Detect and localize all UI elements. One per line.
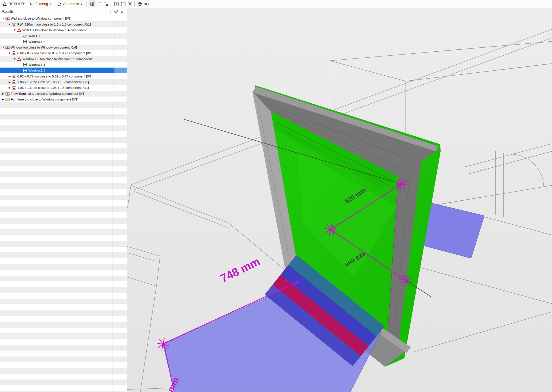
tree-row-empty — [0, 270, 127, 275]
window-icon — [23, 69, 28, 72]
expand-arrow[interactable]: ▼ — [13, 29, 17, 32]
tree-row-empty — [0, 339, 127, 345]
results-panel-header: Results — [0, 8, 127, 16]
tree-row-empty — [0, 195, 127, 200]
tree-row[interactable]: ▼Window.1.3 too close to Window.1.1 comp… — [0, 56, 127, 62]
tree-row-empty — [0, 362, 127, 368]
filter-dropdown[interactable]: No Filtering ▼ — [30, 2, 52, 6]
tree-row-empty — [0, 247, 127, 252]
rule-folder-icon — [5, 45, 10, 49]
tree-row[interactable]: ▼Window too close to Window component [0… — [0, 45, 127, 50]
tree-row[interactable]: ▼Wall too close to Window component [0/1… — [0, 16, 127, 21]
tree-row-empty — [0, 287, 127, 293]
expand-arrow[interactable]: ▶ — [1, 98, 5, 101]
expand-arrow[interactable]: ▼ — [8, 23, 12, 26]
tree-row-empty — [0, 171, 127, 177]
tree-row-empty — [0, 305, 127, 310]
issue-warning-icon — [17, 57, 22, 61]
rule-folder-icon — [12, 86, 16, 90]
tree-row[interactable]: ▶1.06 x 1.6 too close to 1.06 x 1.6 comp… — [0, 85, 127, 91]
tree-row-empty — [0, 154, 127, 160]
tree-row-empty — [0, 357, 127, 362]
tree-row-empty — [0, 206, 127, 212]
tree-row-empty — [0, 345, 127, 351]
tree-row-empty — [0, 264, 127, 270]
mode-dropdown[interactable]: Automatic ▼ — [57, 2, 83, 6]
tree-row[interactable]: Wall.1.1 — [0, 33, 127, 39]
tree-row-label: 1.06 x 1.6 too close to 1.06 x 1.6 compo… — [17, 80, 89, 84]
view-3d-tab[interactable]: 3D — [137, 0, 149, 8]
add-result-button[interactable] — [113, 1, 120, 7]
results-panel: Results — [0, 8, 127, 392]
tree-row[interactable]: ▼0.62 x 0.77 too close to 0.62 x 0.77 co… — [0, 50, 127, 56]
tree-row-empty — [0, 177, 127, 183]
tree-row[interactable]: ▶Flow Terminal too close to Window compo… — [0, 91, 127, 97]
tree-row-empty — [0, 322, 127, 328]
list-settings-button[interactable] — [103, 1, 109, 7]
equal-result-button[interactable] — [127, 1, 133, 7]
tree-row[interactable]: ▼Wall.1.1 too close to Window.1.4 compon… — [0, 27, 127, 33]
tree-row-empty — [0, 183, 127, 189]
chevron-down-icon: ▼ — [49, 3, 52, 6]
tree-row-label: 0.62 x 0.77 too close to 0.62 x 0.77 com… — [17, 51, 93, 55]
view-3d-label: 3D — [144, 2, 149, 6]
results-tree: ▼Wall too close to Window component [0/1… — [0, 16, 127, 392]
expand-arrow[interactable]: ▶ — [8, 81, 12, 83]
remove-result-button[interactable] — [120, 1, 126, 7]
tree-row-label: Wall too close to Window component [0/1] — [11, 17, 72, 20]
tree-row-empty — [0, 125, 127, 131]
rule-folder-icon — [12, 51, 16, 55]
tree-view-button[interactable] — [89, 1, 95, 7]
rule-folder-icon — [12, 80, 16, 84]
tree-row-empty — [0, 212, 127, 218]
tree-row-label: Furniture too close to Window component … — [11, 98, 78, 101]
tree-row-label: Wall.1.1 — [28, 34, 40, 37]
tree-row-empty — [0, 114, 127, 120]
equals-box-icon — [127, 1, 133, 7]
mode-dropdown-value: Automatic — [63, 2, 79, 6]
expand-arrow[interactable]: ▼ — [1, 17, 5, 20]
rule-folder-icon — [12, 22, 16, 26]
expand-arrow[interactable]: ▼ — [1, 46, 5, 49]
tree-row-empty — [0, 385, 127, 391]
wall-icon — [23, 34, 28, 38]
results-view-button[interactable]: RESULTS — [3, 2, 26, 6]
tree-row-empty — [0, 293, 127, 299]
tree-row[interactable]: ▶Furniture too close to Window component… — [0, 97, 127, 102]
tree-row[interactable]: Window.1.4 — [0, 39, 127, 44]
plus-box-icon — [114, 1, 119, 7]
tree-row-empty — [0, 368, 127, 374]
tree-row-empty — [0, 235, 127, 241]
tree-row[interactable]: ▶0.62 x 0.77 too close to 0.62 x 0.77 co… — [0, 74, 127, 79]
tree-row-empty — [0, 229, 127, 235]
tree-row[interactable]: Window.1.3 — [0, 68, 127, 73]
list-view-button[interactable] — [96, 1, 102, 7]
expand-arrow[interactable]: ▶ — [8, 86, 12, 89]
tree-row[interactable]: ▶1.06 x 1.6 too close to 1.06 x 1.6 comp… — [0, 79, 127, 85]
tree-row-label: Wall.1.1 too close to Window.1.4 compone… — [22, 28, 87, 32]
tree-row-label: 0.62 x 0.77 too close to 0.62 x 0.77 com… — [17, 75, 93, 78]
tree-row-empty — [0, 200, 127, 206]
expand-arrow[interactable]: ▼ — [13, 58, 17, 60]
expand-arrow[interactable]: ▶ — [1, 92, 5, 95]
tree-row-empty — [0, 189, 127, 195]
filter-dropdown-value: No Filtering — [30, 2, 48, 6]
link-results-button[interactable] — [113, 9, 119, 15]
tree-row[interactable]: ▼RW_620mm too close to 1.5 x 1.5 compone… — [0, 21, 127, 27]
tree-row-empty — [0, 351, 127, 356]
focus-selection-button[interactable] — [119, 9, 125, 15]
list-gear-icon — [104, 2, 108, 6]
tree-row-empty — [0, 143, 127, 148]
tree-row-empty — [0, 148, 127, 154]
tree-row-empty — [0, 131, 127, 137]
expand-arrow[interactable]: ▼ — [8, 52, 12, 54]
issue-warning-icon — [17, 28, 22, 32]
tree-row-label: 1.06 x 1.6 too close to 1.06 x 1.6 compo… — [17, 86, 89, 89]
tree-row-empty — [0, 374, 127, 380]
tree-row-empty — [0, 281, 127, 287]
tree-row[interactable]: Window.1.1 — [0, 62, 127, 68]
tree-row-label: Flow Terminal too close to Window compon… — [11, 92, 85, 95]
rule-folder-icon — [5, 97, 10, 101]
viewport-3d[interactable]: 520 mm 420 mm 748 mm mm — [127, 8, 552, 392]
expand-arrow[interactable]: ▶ — [8, 75, 12, 78]
